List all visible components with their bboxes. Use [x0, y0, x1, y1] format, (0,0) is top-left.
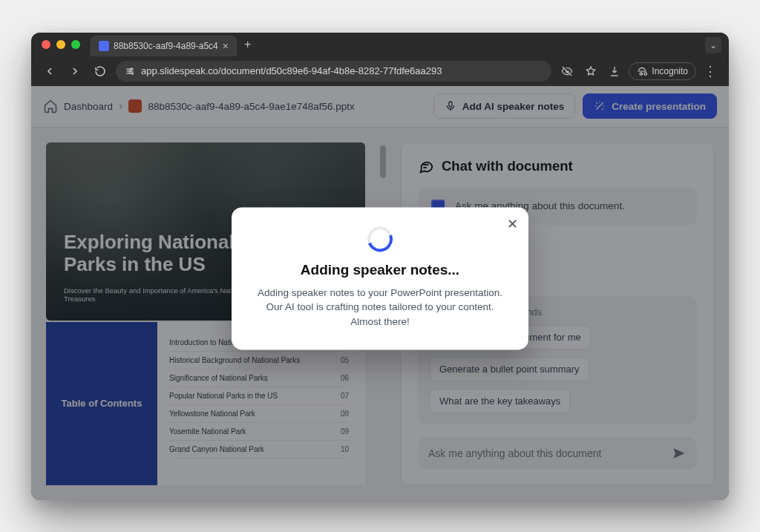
- spinner-icon: [363, 222, 396, 255]
- close-window-button[interactable]: [42, 40, 50, 49]
- modal-body: Adding speaker notes to your PowerPoint …: [252, 286, 508, 329]
- incognito-icon: [637, 66, 647, 76]
- tab-title: 88b8530c-aaf9-4a89-a5c4: [114, 41, 218, 51]
- tab-overflow-button[interactable]: ⌄: [705, 37, 721, 53]
- tab-strip: 88b8530c-aaf9-4a89-a5c4 × +: [91, 33, 251, 56]
- browser-tab[interactable]: 88b8530c-aaf9-4a89-a5c4 ×: [91, 36, 237, 56]
- svg-point-2: [131, 72, 133, 73]
- titlebar: 88b8530c-aaf9-4a89-a5c4 × + ⌄: [31, 33, 729, 56]
- modal-close-button[interactable]: ✕: [507, 216, 518, 232]
- url-text: app.slidespeak.co/document/d50c89e6-94af…: [141, 65, 442, 76]
- nav-reload-button[interactable]: [91, 62, 110, 81]
- site-settings-icon: [125, 66, 135, 76]
- modal-title: Adding speaker notes...: [252, 262, 508, 278]
- address-bar[interactable]: app.slidespeak.co/document/d50c89e6-94af…: [116, 61, 551, 82]
- eye-off-icon[interactable]: [557, 62, 577, 81]
- tab-favicon: [99, 41, 109, 51]
- maximize-window-button[interactable]: [71, 40, 80, 49]
- app-viewport: Dashboard › 88b8530c-aaf9-4a89-a5c4-9ae1…: [31, 86, 729, 500]
- nav-forward-button[interactable]: [65, 62, 85, 81]
- download-icon[interactable]: [605, 62, 624, 81]
- svg-point-1: [129, 70, 131, 71]
- window-controls: [31, 40, 80, 49]
- new-tab-button[interactable]: +: [244, 38, 251, 51]
- toolbar: app.slidespeak.co/document/d50c89e6-94af…: [31, 56, 729, 86]
- nav-back-button[interactable]: [40, 62, 59, 81]
- loading-modal: ✕ Adding speaker notes... Adding speaker…: [232, 207, 528, 350]
- svg-point-0: [131, 68, 132, 69]
- browser-menu-button[interactable]: ⋮: [701, 62, 720, 81]
- minimize-window-button[interactable]: [56, 40, 65, 49]
- toolbar-right: Incognito ⋮: [557, 62, 720, 81]
- browser-window: 88b8530c-aaf9-4a89-a5c4 × + ⌄ app.slides…: [31, 33, 729, 500]
- incognito-label: Incognito: [652, 66, 688, 76]
- tab-close-icon[interactable]: ×: [223, 40, 229, 52]
- incognito-badge[interactable]: Incognito: [629, 62, 696, 80]
- bookmark-star-icon[interactable]: [581, 62, 600, 81]
